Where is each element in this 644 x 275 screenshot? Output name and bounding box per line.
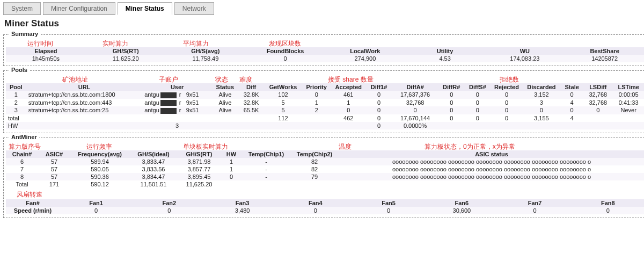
anno-fan: 风扇转速 (17, 190, 42, 199)
th-foundblocks: FoundBlocks (245, 47, 325, 55)
anno-rejected: 拒绝数 (500, 75, 519, 84)
pool-td-0-16: 0:00:05 (612, 91, 644, 99)
pool-tot-td-1-13 (523, 122, 560, 129)
pool-tot-td-1-6 (302, 122, 331, 129)
pool-tot-td-1-5 (264, 122, 302, 129)
pools-th-11: DiffS# (465, 83, 491, 91)
tab-miner-status[interactable]: Miner Status (118, 2, 172, 15)
fan-td-4: 0 (279, 207, 352, 214)
pool-td-0-14: 0 (560, 91, 583, 99)
ant-td-2-5: 0 (221, 173, 242, 180)
td-wu: 174,083.23 (485, 55, 565, 62)
ant-row-2: 857590.363,834.473,895.450-79oooooooo oo… (6, 173, 644, 180)
ant-th-0: Chain# (6, 150, 38, 158)
pools-th-9: DiffA# (392, 83, 438, 91)
pool-td-2-14: 0 (560, 106, 583, 114)
pools-th-1: URL (26, 83, 142, 91)
td-localwork: 274,900 (325, 55, 405, 62)
pool-td-2-2: antgu r 9x51 (142, 106, 212, 114)
pool-td-1-14: 4 (560, 99, 583, 107)
anno-found: 发现区块数 (269, 39, 301, 48)
ant-td-0-7: 82 (290, 158, 339, 165)
th-utility: Utility (405, 47, 485, 55)
ant-td-1-8: oooooooo oooooooo oooooooo oooooooo oooo… (339, 165, 644, 173)
ant-td-0-6: - (242, 158, 290, 165)
anno-board-rt: 单块板实时算力 (183, 142, 228, 151)
anno-rt: 实时算力 (103, 39, 128, 48)
pool-total-0: total112462017,670,1440003,1554 (6, 114, 644, 122)
pool-td-2-3: Alive (212, 106, 238, 114)
pool-td-1-12: 0 (491, 99, 523, 107)
pool-td-0-6: 0 (302, 91, 331, 99)
pools-th-16: LSTime (612, 83, 644, 91)
pool-td-1-7: 1 (331, 99, 366, 107)
ant-td-0-5: 1 (221, 158, 242, 165)
ant-td-2-4: 3,895.45 (178, 173, 221, 180)
pools-th-6: Priority (302, 83, 331, 91)
pool-total-1: HW300.0000% (6, 122, 644, 129)
fan-th-7: Fan7 (499, 199, 572, 207)
ant-tot-td-3: 11,501.51 (129, 180, 178, 188)
summary-fieldset: Summary 运行时间 实时算力 平均算力 发现区块数 Elapsed GH/… (3, 34, 644, 66)
antminer-legend: AntMiner (9, 134, 39, 140)
pool-tot-td-1-16 (612, 122, 644, 129)
pool-tot-td-1-8: 0 (366, 122, 392, 129)
tab-system[interactable]: System (3, 2, 41, 15)
pool-td-1-11: 0 (465, 99, 491, 107)
pool-tot-td-0-13: 3,155 (523, 114, 560, 122)
ant-td-1-4: 3,857.77 (178, 165, 221, 173)
ant-tot-td-2: 590.12 (70, 180, 129, 188)
pool-td-2-13: 0 (523, 106, 560, 114)
pool-td-2-4: 65.5K (238, 106, 265, 114)
fan-td-2: 0 (133, 207, 206, 214)
pool-td-0-0: 1 (6, 91, 26, 99)
th-wu: WU (485, 47, 565, 55)
pool-td-2-6: 2 (302, 106, 331, 114)
td-ghs-rt: 11,625.20 (86, 55, 166, 62)
fan-th-1: Fan1 (60, 199, 133, 207)
pool-td-2-1: stratum+tcp://cn.ss.btc.com:25 (26, 106, 142, 114)
pool-td-2-0: 3 (6, 106, 26, 114)
pool-td-1-3: Alive (212, 99, 238, 107)
anno-freq: 运行频率 (86, 142, 112, 151)
tab-network[interactable]: Network (174, 2, 214, 15)
pool-td-1-15: 32,768 (583, 99, 612, 107)
pool-td-1-2: antgu r 9x51 (142, 99, 212, 107)
ant-td-2-7: 79 (290, 173, 339, 180)
pool-tot-td-1-0: HW (6, 122, 26, 129)
anno-accepted: 接受 share 数量 (328, 75, 374, 84)
td-foundblocks: 0 (245, 55, 325, 62)
pools-th-13: Discarded (523, 83, 560, 91)
pool-tot-td-0-4 (238, 114, 265, 122)
summary-legend: Summary (9, 31, 40, 37)
pool-td-2-8: 0 (366, 106, 392, 114)
tab-miner-configuration[interactable]: Miner Configuration (43, 2, 115, 15)
ant-tot-td-8 (339, 180, 644, 188)
pool-tot-td-0-1 (26, 114, 142, 122)
pools-fieldset: Pools 矿池地址 子账户 状态 难度 接受 share 数量 拒绝数 Poo… (3, 70, 644, 133)
pool-tot-td-1-12 (491, 122, 523, 129)
fan-th-6: Fan6 (425, 199, 498, 207)
ant-th-7: Temp(Chip2) (290, 150, 339, 158)
pool-tot-td-1-15 (583, 122, 612, 129)
pool-tot-td-0-2 (142, 114, 212, 122)
pools-th-14: Stale (560, 83, 583, 91)
pools-th-8: Diff1# (366, 83, 392, 91)
pool-tot-td-1-7 (331, 122, 366, 129)
pools-th-2: User (142, 83, 212, 91)
pool-tot-td-0-14: 4 (560, 114, 583, 122)
antminer-table: Chain#ASIC#Frequency(avg)GH/S(ideal)GH/S… (6, 150, 644, 188)
fan-th-8: Fan8 (572, 199, 644, 207)
ant-td-1-2: 590.05 (70, 165, 129, 173)
pool-td-0-8: 0 (366, 91, 392, 99)
pool-td-0-1: stratum+tcp://cn.ss.btc.com:1800 (26, 91, 142, 99)
page-title: Miner Status (4, 18, 644, 29)
pool-row-2: 3stratum+tcp://cn.ss.btc.com:25antgu r 9… (6, 106, 644, 114)
th-ghs-rt: GH/S(RT) (86, 47, 166, 55)
td-ghs-avg: 11,758.49 (166, 55, 246, 62)
ant-td-0-2: 589.94 (70, 158, 129, 165)
pool-tot-td-1-4 (238, 122, 265, 129)
pools-th-10: DiffR# (438, 83, 465, 91)
pool-td-1-5: 5 (264, 99, 302, 107)
pool-td-1-1: stratum+tcp://cn.ss.btc.com:443 (26, 99, 142, 107)
